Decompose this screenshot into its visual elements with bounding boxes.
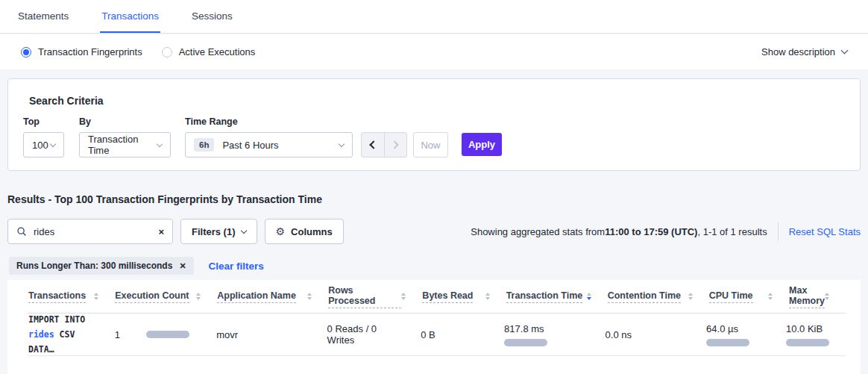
sort-icon [307, 293, 312, 300]
search-box[interactable]: × [7, 219, 173, 244]
radio-selected-icon [21, 47, 31, 57]
chevron-right-icon [390, 140, 398, 149]
top-select[interactable]: 100 [23, 132, 64, 158]
search-criteria-card: Search Criteria Top 100 By Transaction T… [7, 78, 861, 171]
tab-statements[interactable]: Statements [16, 0, 70, 33]
search-criteria-title: Search Criteria [29, 95, 104, 107]
cpu-time-bar [706, 339, 749, 346]
sort-icon [688, 293, 693, 300]
table-header-row: Transactions Execution Count Application… [28, 280, 846, 314]
column-header-cpu-time[interactable]: CPU Time [709, 290, 789, 303]
time-range-select[interactable]: 6h Past 6 Hours [185, 132, 353, 158]
max-memory-bar [786, 339, 829, 346]
column-header-transaction-time[interactable]: Transaction Time [506, 290, 608, 303]
reset-sql-stats-link[interactable]: Reset SQL Stats [789, 226, 861, 237]
show-description-label: Show description [761, 46, 835, 57]
by-field-group: By Transaction Time [79, 116, 171, 158]
table-row[interactable]: IMPORT INTO rides CSV DATA… 1 movr 0 Rea… [28, 314, 846, 356]
radio-label: Transaction Fingerprints [38, 46, 142, 57]
show-description-toggle[interactable]: Show description [761, 46, 847, 57]
application-name-cell: movr [216, 329, 327, 340]
vertical-divider [778, 222, 779, 241]
chevron-down-icon [50, 141, 56, 147]
aggregated-stats-text: Showing aggregated stats from 11:00 to 1… [471, 222, 861, 241]
chevron-down-icon [240, 228, 246, 234]
transaction-fingerprint-link[interactable]: rides [28, 329, 54, 340]
results-heading: Results - Top 100 Transaction Fingerprin… [7, 193, 322, 205]
contention-time-cell: 0.0 ns [606, 329, 707, 340]
filters-label: Filters (1) [192, 226, 236, 237]
clear-search-icon[interactable]: × [158, 226, 164, 237]
transaction-time-cell: 817.8 ms [504, 323, 606, 346]
time-range-field-group: Time Range 6h Past 6 Hours [185, 116, 353, 158]
columns-label: Columns [291, 226, 333, 237]
sort-icon [485, 293, 490, 300]
stats-prefix: Showing aggregated stats from [471, 226, 605, 237]
next-time-window-button[interactable] [385, 133, 407, 157]
execution-count-value: 1 [115, 329, 120, 340]
time-window-nav [361, 132, 407, 158]
time-range-badge: 6h [194, 138, 214, 152]
apply-button[interactable]: Apply [462, 133, 502, 156]
chevron-left-icon [370, 140, 378, 149]
column-header-transactions[interactable]: Transactions [28, 290, 115, 303]
sort-icon [196, 293, 201, 300]
execution-count-bar [146, 331, 189, 338]
column-header-contention-time[interactable]: Contention Time [608, 290, 709, 303]
radio-label: Active Executions [179, 46, 256, 57]
results-controls-row: × Filters (1) ⚙ Columns Showing aggregat… [7, 219, 861, 244]
prev-time-window-button[interactable] [362, 133, 385, 157]
active-filters-row: Runs Longer Than: 300 milliseconds ✕ Cle… [9, 257, 264, 275]
search-icon [16, 226, 27, 237]
bytes-read-cell: 0 B [421, 329, 504, 340]
radio-unselected-icon [162, 47, 172, 57]
sort-icon [401, 293, 406, 300]
search-input[interactable] [34, 226, 158, 237]
gear-icon: ⚙ [276, 225, 286, 237]
column-header-application-name[interactable]: Application Name [217, 290, 328, 303]
time-range-value: Past 6 Hours [222, 140, 278, 151]
radio-transaction-fingerprints[interactable]: Transaction Fingerprints [21, 46, 142, 57]
remove-filter-icon[interactable]: ✕ [179, 261, 186, 271]
column-header-execution-count[interactable]: Execution Count [115, 290, 217, 303]
chevron-down-icon [339, 141, 345, 147]
by-label: By [79, 116, 171, 127]
transaction-fingerprint-cell: IMPORT INTO rides CSV DATA… [28, 312, 115, 357]
top-select-value: 100 [32, 140, 48, 151]
execution-count-cell: 1 [115, 329, 217, 340]
time-range-label: Time Range [185, 116, 353, 127]
tab-transactions[interactable]: Transactions [100, 0, 160, 33]
sql-activity-tabbar: Statements Transactions Sessions [0, 0, 868, 34]
clear-filters-link[interactable]: Clear filters [209, 261, 264, 272]
column-header-max-memory[interactable]: Max Memory [789, 285, 846, 308]
column-header-rows-processed[interactable]: Rows Processed [328, 285, 422, 308]
transactions-table: Transactions Execution Count Application… [7, 280, 861, 374]
now-button[interactable]: Now [413, 132, 448, 158]
sort-icon [768, 293, 773, 300]
rows-processed-cell: 0 Reads / 0 Writes [327, 323, 421, 346]
tab-sessions[interactable]: Sessions [190, 0, 234, 33]
sort-desc-icon [587, 293, 591, 300]
top-label: Top [23, 116, 64, 127]
filter-pill[interactable]: Runs Longer Than: 300 milliseconds ✕ [9, 257, 194, 275]
max-memory-value: 10.0 KiB [786, 323, 829, 334]
stats-suffix: , 1-1 of 1 results [697, 226, 767, 237]
cpu-time-value: 64.0 µs [706, 323, 770, 334]
by-select[interactable]: Transaction Time [79, 132, 171, 158]
max-memory-cell: 10.0 KiB [786, 323, 846, 346]
radio-active-executions[interactable]: Active Executions [162, 46, 256, 57]
columns-button[interactable]: ⚙ Columns [265, 219, 344, 244]
column-header-bytes-read[interactable]: Bytes Read [422, 290, 506, 303]
by-select-value: Transaction Time [88, 134, 157, 156]
view-toggle-row: Transaction Fingerprints Active Executio… [0, 34, 868, 69]
sort-icon [825, 293, 829, 300]
chevron-down-icon [841, 47, 849, 54]
filters-button[interactable]: Filters (1) [180, 219, 257, 244]
sort-icon [94, 293, 98, 300]
sql-text: IMPORT INTO [28, 312, 98, 327]
cpu-time-cell: 64.0 µs [706, 323, 786, 346]
stats-interval: 11:00 to 17:59 (UTC) [605, 226, 697, 237]
top-field-group: Top 100 [23, 116, 64, 158]
transaction-time-value: 817.8 ms [504, 323, 589, 334]
filter-pill-label: Runs Longer Than: 300 milliseconds [16, 261, 172, 271]
